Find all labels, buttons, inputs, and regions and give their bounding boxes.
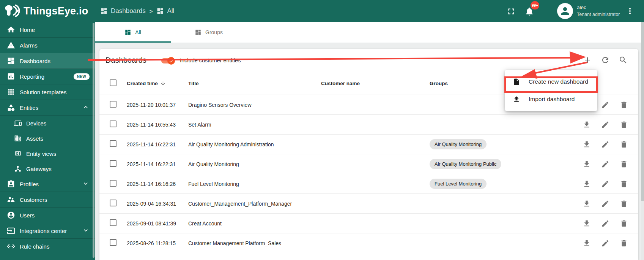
row-checkbox[interactable] (110, 140, 117, 147)
edit-dashboard-button[interactable] (601, 140, 609, 149)
download-dashboard-button[interactable] (583, 160, 591, 168)
row-checkbox[interactable] (110, 120, 117, 127)
table-row[interactable]: 2025-11-14 16:22:31Air Quality Monitorin… (99, 154, 638, 174)
group-chip[interactable]: Air Quality Monitoring Public (430, 159, 501, 169)
sidebar-item-gateways[interactable]: Gateways (0, 161, 95, 176)
breadcrumb-dashboards[interactable]: Dashboards (100, 7, 146, 15)
sidebar-item-dashboards[interactable]: Dashboards (0, 53, 95, 69)
sidebar-item-entity-views[interactable]: Entity views (0, 146, 95, 161)
sidebar-item-profiles[interactable]: Profiles (0, 176, 95, 192)
table-row[interactable]: 2025-08-26 11:28:15Customer Management P… (99, 233, 638, 253)
select-all-checkbox[interactable] (110, 79, 117, 86)
delete-dashboard-button[interactable] (620, 200, 628, 208)
menu-item-label: Import dashboard (529, 96, 575, 103)
row-checkbox[interactable] (110, 101, 117, 108)
page-title: Dashboards (105, 56, 146, 65)
table-row[interactable]: 2025-11-14 16:22:31Air Quality Monitorin… (99, 135, 638, 154)
sidebar-item-label: Assets (26, 135, 43, 142)
sidebar-item-customers[interactable]: Customers (0, 192, 95, 208)
cell-groups: Air Quality Monitoring (430, 139, 555, 149)
edit-dashboard-button[interactable] (601, 219, 609, 228)
delete-dashboard-button[interactable] (620, 120, 628, 129)
edit-dashboard-button[interactable] (601, 180, 609, 188)
delete-dashboard-button[interactable] (620, 180, 628, 188)
cell-created-time: 2025-09-01 08:41:39 (127, 220, 188, 227)
breadcrumb: Dashboards > All (100, 7, 174, 15)
cell-created-time: 2025-08-26 11:28:15 (127, 240, 188, 246)
download-dashboard-button[interactable] (583, 120, 591, 129)
delete-dashboard-button[interactable] (620, 160, 628, 168)
table-row[interactable]: 2025-11-14 16:55:43Set Alarm (99, 115, 638, 135)
breadcrumb-current-label: All (167, 7, 174, 15)
column-header-customer-name: Customer name (321, 81, 430, 86)
file-icon (513, 78, 520, 86)
sidebar-scrollbar[interactable] (93, 23, 94, 258)
group-chip[interactable]: Air Quality Monitoring (430, 139, 487, 149)
breadcrumb-separator: > (150, 8, 153, 14)
row-checkbox[interactable] (110, 160, 117, 167)
edit-dashboard-button[interactable] (601, 200, 609, 208)
reporting-icon (7, 72, 15, 81)
add-dashboard-dropdown-menu: Create new dashboard Import dashboard (505, 70, 597, 111)
sidebar-item-rule-chains[interactable]: Rule chains (0, 239, 95, 254)
toggle-check-icon (167, 57, 175, 65)
sidebar-item-label: Devices (26, 120, 46, 127)
column-header-created-time: Created time (127, 81, 158, 86)
delete-dashboard-button[interactable] (620, 101, 628, 109)
tab-all[interactable]: All (95, 22, 171, 43)
refresh-button[interactable] (601, 55, 610, 65)
breadcrumb-all[interactable]: All (156, 7, 174, 15)
row-checkbox[interactable] (110, 180, 117, 187)
row-checkbox[interactable] (110, 219, 117, 226)
table-toolbar (583, 55, 628, 65)
delete-dashboard-button[interactable] (620, 140, 628, 149)
delete-dashboard-button[interactable] (620, 219, 628, 228)
row-checkbox[interactable] (110, 239, 117, 246)
sort-by-created-time[interactable]: Created time (127, 81, 166, 86)
group-chip[interactable]: Fuel Level Monitoring (430, 179, 487, 189)
fullscreen-button[interactable] (506, 6, 516, 16)
delete-dashboard-button[interactable] (620, 239, 628, 247)
download-dashboard-button[interactable] (583, 140, 591, 149)
tab-groups[interactable]: Groups (171, 22, 247, 43)
page-scrollbar-thumb[interactable] (641, 22, 644, 201)
download-dashboard-button[interactable] (583, 239, 591, 247)
user-meta[interactable]: alec Tenant administrator (577, 4, 620, 18)
cell-groups: Fuel Level Monitoring (430, 179, 555, 189)
gateways-icon (14, 165, 22, 173)
sidebar-item-assets[interactable]: Assets (0, 131, 95, 146)
include-customer-entities-toggle[interactable] (161, 57, 176, 65)
sidebar-item-solution-templates[interactable]: Solution templates (0, 84, 95, 100)
row-checkbox[interactable] (110, 200, 117, 206)
search-button[interactable] (619, 55, 628, 65)
sidebar-item-label: Home (20, 27, 35, 33)
sidebar-item-entities[interactable]: Entities (0, 100, 95, 116)
sidebar-item-integrations-center[interactable]: Integrations center (0, 223, 95, 239)
breadcrumb-section-label: Dashboards (111, 7, 146, 15)
table-row[interactable]: 2025-09-04 16:34:31Customer_Management_P… (99, 194, 638, 214)
edit-dashboard-button[interactable] (601, 120, 609, 129)
edit-dashboard-button[interactable] (601, 239, 609, 247)
entities-icon (7, 103, 15, 112)
edit-dashboard-button[interactable] (601, 160, 609, 168)
sidebar-item-home[interactable]: Home (0, 22, 95, 38)
sidebar-item-label: Users (20, 212, 35, 219)
add-dashboard-button[interactable] (583, 55, 592, 65)
cell-groups: Air Quality Monitoring Public (430, 159, 555, 169)
table-row[interactable]: 2025-11-14 16:16:26Fuel Level Monitoring… (99, 174, 638, 194)
menu-item-create-new-dashboard[interactable]: Create new dashboard (505, 73, 597, 90)
download-dashboard-button[interactable] (583, 200, 591, 208)
user-avatar[interactable] (557, 3, 573, 19)
sidebar-item-label: Entities (20, 105, 38, 111)
app-logo[interactable]: ThingsEye.io (0, 3, 95, 19)
sidebar-item-devices[interactable]: Devices (0, 116, 95, 131)
menu-item-import-dashboard[interactable]: Import dashboard (505, 90, 597, 108)
sidebar-item-reporting[interactable]: ReportingNEW (0, 69, 95, 84)
edit-dashboard-button[interactable] (601, 101, 609, 109)
download-dashboard-button[interactable] (583, 219, 591, 228)
sidebar-item-users[interactable]: Users (0, 208, 95, 223)
header-more-menu-button[interactable] (625, 6, 635, 16)
table-row[interactable]: 2025-09-01 08:41:39Creat Account (99, 214, 638, 233)
sidebar-item-alarms[interactable]: Alarms (0, 38, 95, 53)
download-dashboard-button[interactable] (583, 180, 591, 188)
